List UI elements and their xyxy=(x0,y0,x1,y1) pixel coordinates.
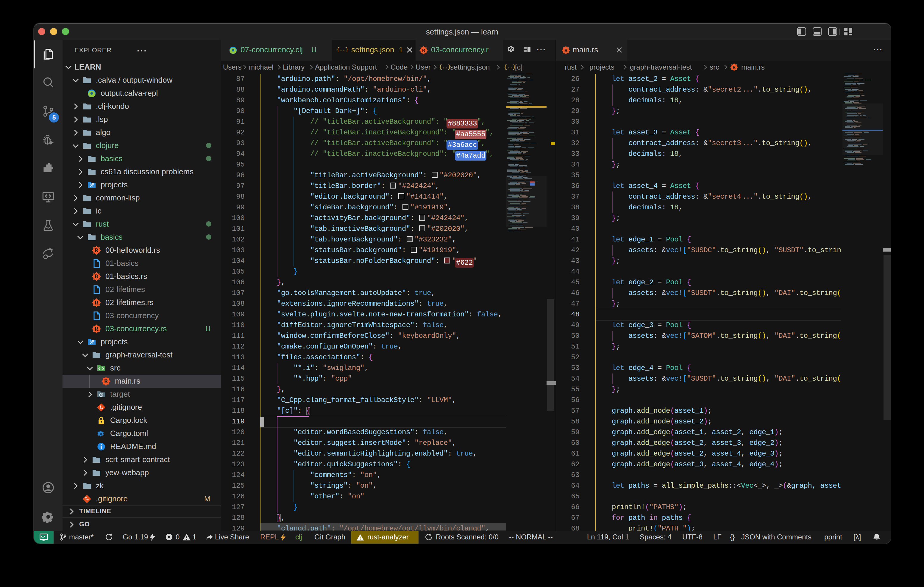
svg-text:R: R xyxy=(564,47,568,53)
svg-text:R: R xyxy=(95,326,99,332)
svg-text:R: R xyxy=(104,378,108,384)
svg-text:R: R xyxy=(95,273,99,279)
svg-text:R: R xyxy=(95,247,99,253)
svg-text:R: R xyxy=(422,47,426,53)
svg-text:R: R xyxy=(95,299,99,306)
svg-text:R: R xyxy=(732,65,736,70)
